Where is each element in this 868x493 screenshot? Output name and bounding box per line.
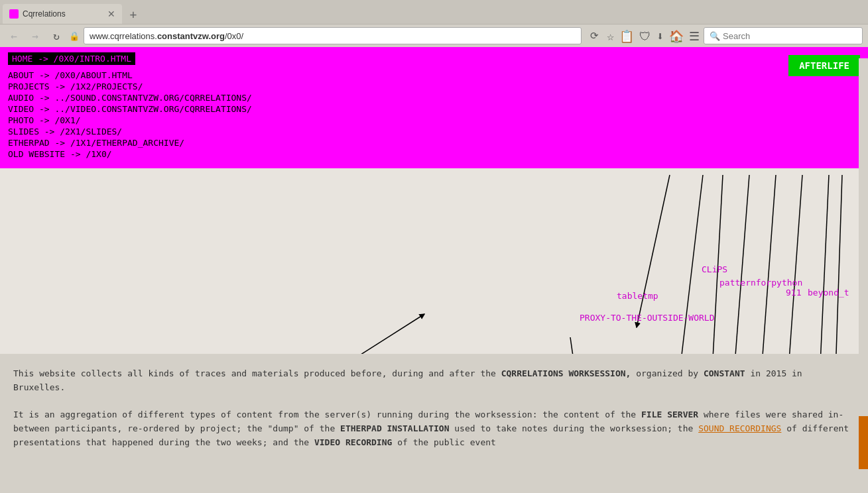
svg-line-3	[676, 175, 703, 354]
url-text: www.cqrrelations.constantvzw.org/0x0/	[90, 31, 243, 41]
nav-link-about[interactable]: ABOUT -> /0X0/ABOUT.HTML	[8, 70, 860, 80]
svg-line-0	[351, 314, 424, 354]
nav-link-audio[interactable]: AUDIO -> ../SOUND.CONSTANTVZW.ORG/CQRREL…	[8, 93, 860, 103]
nav-link-etherpad[interactable]: ETHERPAD -> /1X1/ETHERPAD_ARCHIVE/	[8, 138, 860, 148]
viz-label-proxy[interactable]: PROXY-TO-THE-OUTSIDE-WORLD	[580, 313, 715, 323]
new-tab-button[interactable]: +	[125, 5, 142, 23]
content-area: This website collects all kinds of trace…	[0, 354, 868, 463]
paragraph-1: This website collects all kinds of trace…	[13, 367, 855, 395]
back-button[interactable]: ←	[5, 27, 23, 44]
viz-label-pattern[interactable]: patternforpython	[719, 278, 802, 288]
refresh-icon[interactable]: ⟳	[586, 27, 603, 44]
viz-label-911[interactable]: 911	[786, 288, 801, 298]
search-bar[interactable]: 🔍	[704, 27, 863, 44]
nav-link-slides[interactable]: SLIDES -> /2X1/SLIDES/	[8, 127, 860, 137]
tab-bar: Cqrrelations ✕ +	[0, 0, 868, 24]
tab-close-button[interactable]: ✕	[107, 9, 115, 19]
viz-label-clips[interactable]: CLiPS	[702, 264, 727, 274]
browser-icons: ☆ 📋 🛡 ⬇ 🏠 ☰	[607, 29, 700, 43]
arrows-svg	[0, 168, 868, 354]
lock-icon: 🔒	[69, 31, 80, 41]
site-navigation: HOME -> /0X0/INTRO.HTML ABOUT -> /0X0/AB…	[0, 47, 868, 168]
nav-link-old-website[interactable]: OLD WEBSITE -> /1X0/	[8, 149, 860, 159]
menu-icon[interactable]: ☰	[689, 29, 700, 43]
current-nav-item: HOME -> /0X0/INTRO.HTML	[8, 52, 135, 65]
navigation-bar: ← → ↻ 🔒 www.cqrrelations.constantvzw.org…	[0, 24, 868, 47]
svg-line-7	[782, 175, 802, 354]
visualization-area: info_on_classifiers_and_parsers neural_p…	[0, 168, 868, 354]
reading-list-icon[interactable]: 📋	[619, 29, 634, 43]
tab-title: Cqrrelations	[23, 9, 103, 19]
svg-line-8	[816, 175, 829, 354]
svg-line-5	[729, 175, 749, 354]
tab-favicon	[9, 9, 19, 19]
nav-link-photo[interactable]: PHOTO -> /0X1/	[8, 115, 860, 125]
active-tab[interactable]: Cqrrelations ✕	[3, 4, 122, 24]
svg-line-6	[756, 175, 776, 354]
scrollbar-track	[859, 58, 868, 463]
viz-label-tablet[interactable]: tabletmp	[617, 291, 658, 301]
search-input[interactable]	[723, 31, 829, 41]
refresh-button[interactable]: ↻	[48, 27, 65, 44]
afterlife-button[interactable]: AFTERLIFE	[788, 55, 860, 76]
star-icon[interactable]: ☆	[607, 29, 614, 43]
paragraph-2: It is an aggregation of different types …	[13, 408, 855, 449]
page-content: HOME -> /0X0/INTRO.HTML ABOUT -> /0X0/AB…	[0, 47, 868, 463]
nav-link-video[interactable]: VIDEO -> ../VIDEO.CONSTANTVZW.ORG/CQRREL…	[8, 104, 860, 114]
nav-links: ABOUT -> /0X0/ABOUT.HTML PROJECTS -> /1X…	[8, 70, 860, 159]
pocket-icon[interactable]: 🛡	[639, 29, 651, 43]
svg-line-1	[570, 337, 574, 354]
search-icon: 🔍	[710, 31, 720, 41]
home-icon[interactable]: 🏠	[669, 29, 684, 43]
viz-label-beyond[interactable]: beyond_t	[808, 288, 849, 298]
nav-link-projects[interactable]: PROJECTS -> /1X2/PROJECTS/	[8, 82, 860, 91]
svg-line-2	[637, 175, 670, 327]
forward-button[interactable]: →	[27, 27, 44, 44]
download-icon[interactable]: ⬇	[656, 29, 664, 43]
scrollbar-thumb[interactable]	[859, 416, 868, 463]
svg-line-9	[832, 175, 842, 354]
address-bar[interactable]: www.cqrrelations.constantvzw.org/0x0/	[84, 27, 582, 44]
browser-frame: Cqrrelations ✕ + ← → ↻ 🔒 www.cqrrelation…	[0, 0, 868, 47]
